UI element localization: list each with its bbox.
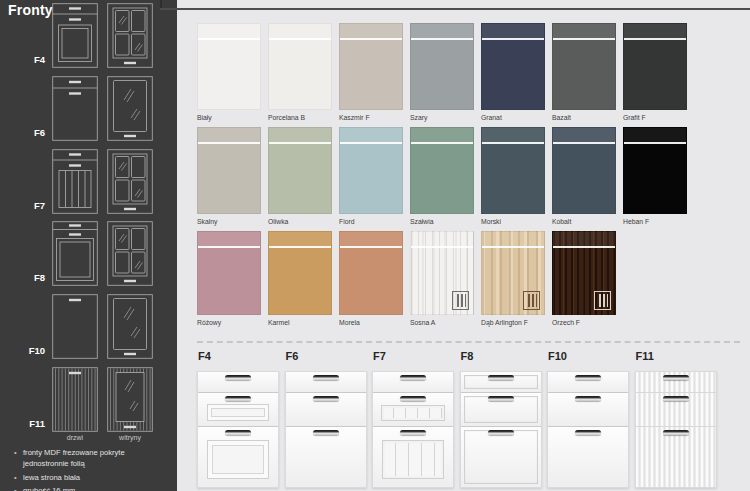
handle [400, 396, 426, 401]
f7-glass-door-drawing [107, 149, 153, 214]
sidebar: Fronty F4 F6 [0, 0, 177, 491]
swatch-color [268, 231, 332, 315]
top-divider-rule [160, 8, 750, 10]
sidebar-row-f10: F10 [0, 294, 177, 359]
glass-column-label: witryny [107, 434, 153, 441]
front-type-label: F11 [0, 418, 45, 429]
swatch-bialy: Biały [197, 23, 261, 127]
swatch-skalny: Skalny [197, 127, 261, 231]
swatch-label: Różowy [197, 315, 261, 332]
swatch-label: Grafit F [623, 110, 687, 127]
swatch-label: Heban F [623, 214, 687, 231]
doors-column-label: drzwi [52, 434, 98, 441]
note-item: lewa strona biała [14, 472, 166, 483]
front-f10-render [547, 371, 629, 488]
swatch-granat: Granat [481, 23, 545, 127]
swatch-dab-arlington-f: Dąb Arlington F [481, 231, 545, 332]
swatch-label: Fiord [339, 214, 403, 231]
front-type-label: F6 [0, 127, 45, 138]
swatch-label: Porcelana B [268, 110, 332, 127]
swatch-karmel: Karmel [268, 231, 332, 332]
swatch-color [410, 23, 474, 110]
f7-door-drawing [52, 149, 98, 214]
front-type-label: F4 [0, 54, 45, 65]
catalog-page: Fronty F4 F6 [0, 0, 750, 491]
f11-glass-door-drawing [107, 367, 153, 432]
front-f8-render [460, 371, 542, 488]
front-heading: F6 [286, 350, 367, 362]
swatch-kaszmir-f: Kaszmir F [339, 23, 403, 127]
swatch-kobalt: Kobalt [552, 127, 616, 231]
front-styles-section: F4 F6 F7 [197, 341, 740, 488]
handle [488, 430, 514, 435]
sidebar-row-f4: F4 [0, 3, 177, 68]
swatch-orzech-f: Orzech F [552, 231, 616, 332]
handle [575, 430, 601, 435]
swatch-label: Karmel [268, 315, 332, 332]
swatch-heban-f: Heban F [623, 127, 687, 231]
wood-grain-icon [523, 291, 540, 310]
front-heading: F4 [198, 350, 279, 362]
front-f7: F7 [372, 348, 454, 488]
note-item: fronty MDF frezowane pokryte jednostronn… [14, 447, 132, 470]
swatch-label: Oliwka [268, 214, 332, 231]
swatch-szary: Szary [410, 23, 474, 127]
swatch-label: Szary [410, 110, 474, 127]
swatch-label: Morela [339, 315, 403, 332]
front-f8: F8 [460, 348, 542, 488]
swatch-bazalt: Bazalt [552, 23, 616, 127]
swatch-color [197, 231, 261, 315]
sidebar-row-f11: F11 [0, 367, 177, 432]
f8-glass-door-drawing [107, 221, 153, 286]
swatch-label: Kaszmir F [339, 110, 403, 127]
swatch-color [339, 23, 403, 110]
swatch-color [481, 127, 545, 214]
notes-list: fronty MDF frezowane pokryte jednostronn… [14, 447, 166, 491]
front-f11: F11 [635, 348, 717, 488]
swatch-row-3: Różowy Karmel Morela Sosna A Dąb Arlingt… [197, 231, 742, 332]
wood-grain-icon [594, 291, 611, 310]
front-f4-render [197, 371, 279, 488]
front-f10: F10 [547, 348, 629, 488]
handle [225, 430, 251, 435]
swatch-label: Granat [481, 110, 545, 127]
handle [313, 430, 339, 435]
handle [575, 375, 601, 380]
swatch-label: Bazalt [552, 110, 616, 127]
front-heading: F11 [636, 350, 717, 362]
handle [488, 375, 514, 380]
wood-grain-icon [452, 291, 469, 310]
handle [313, 396, 339, 401]
note-item: grubość 16 mm [14, 485, 166, 491]
swatch-label: Dąb Arlington F [481, 315, 545, 332]
sidebar-row-f8: F8 [0, 221, 177, 286]
f6-glass-door-drawing [107, 76, 153, 141]
swatch-row-2: Skalny Oliwka Fiord Szałwia Morski Kobal… [197, 127, 742, 231]
f4-glass-door-drawing [107, 3, 153, 68]
swatch-label: Biały [197, 110, 261, 127]
f8-door-drawing [52, 221, 98, 286]
handle [225, 375, 251, 380]
swatch-color [268, 127, 332, 214]
f10-glass-door-drawing [107, 294, 153, 359]
swatch-color [197, 23, 261, 110]
front-f4: F4 [197, 348, 279, 488]
handle [400, 430, 426, 435]
swatch-row-1: Biały Porcelana B Kaszmir F Szary Granat… [197, 23, 742, 127]
swatch-color [339, 127, 403, 214]
swatch-color [552, 127, 616, 214]
swatch-color [268, 23, 332, 110]
handle [575, 396, 601, 401]
swatch-rozowy: Różowy [197, 231, 261, 332]
swatch-oliwka: Oliwka [268, 127, 332, 231]
handle [663, 375, 689, 380]
swatch-color [410, 231, 474, 315]
front-heading: F8 [461, 350, 542, 362]
swatch-szalwia: Szałwia [410, 127, 474, 231]
front-type-label: F8 [0, 272, 45, 283]
front-heading: F7 [373, 350, 454, 362]
f10-door-drawing [52, 294, 98, 359]
sidebar-row-f7: F7 [0, 149, 177, 214]
handle [663, 430, 689, 435]
f4-door-drawing [52, 3, 98, 68]
